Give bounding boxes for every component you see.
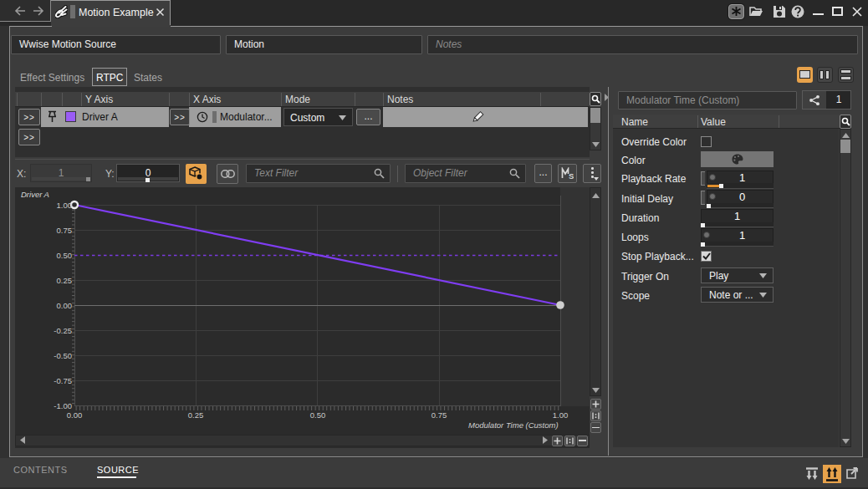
svg-text:S: S — [569, 171, 574, 180]
